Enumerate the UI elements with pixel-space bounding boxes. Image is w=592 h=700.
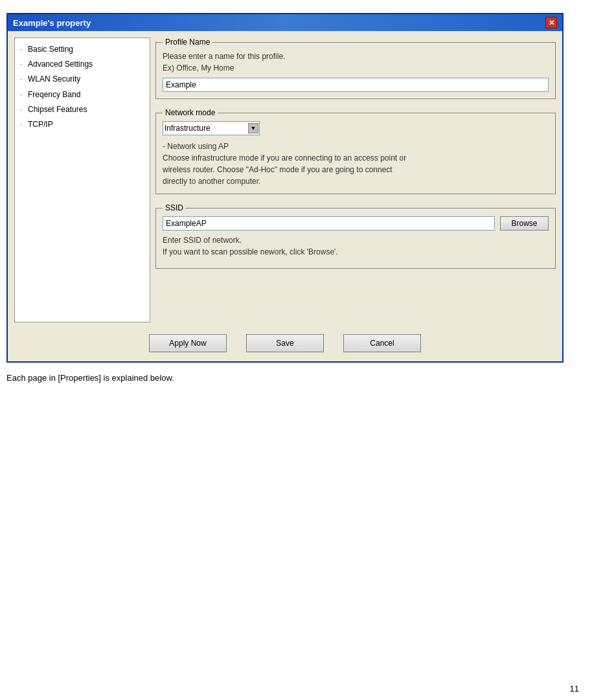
ssid-hint: Enter SSID of network. If you want to sc… — [163, 234, 549, 258]
dialog-buttons: Apply Now Save Cancel — [14, 329, 556, 355]
network-desc-line1: - Network using AP — [163, 141, 549, 152]
save-button[interactable]: Save — [246, 334, 324, 352]
dialog-content: Basic Setting Advanced Settings WLAN Sec… — [14, 38, 556, 322]
apply-now-button[interactable]: Apply Now — [149, 334, 227, 352]
page-number: 11 — [570, 684, 579, 694]
network-mode-select[interactable]: Infrastructure Ad-Hoc — [163, 121, 260, 135]
network-mode-select-wrapper: Infrastructure Ad-Hoc ▼ — [163, 121, 260, 135]
network-desc-line3: wireless router. Choose "Ad-Hoc" mode if… — [163, 164, 549, 175]
cancel-button[interactable]: Cancel — [343, 334, 421, 352]
footer-text: Each page in [Properties] is explained b… — [6, 373, 579, 383]
ssid-hint-line2: If you want to scan possible nework, cli… — [163, 247, 338, 256]
profile-name-legend: Profile Name — [163, 38, 212, 47]
nav-tree: Basic Setting Advanced Settings WLAN Sec… — [14, 38, 150, 322]
ssid-input[interactable] — [163, 216, 495, 231]
nav-item-basic-setting[interactable]: Basic Setting — [17, 42, 147, 57]
dialog-body: Basic Setting Advanced Settings WLAN Sec… — [8, 31, 562, 361]
network-mode-select-row: Infrastructure Ad-Hoc ▼ — [163, 121, 549, 135]
profile-hint: Please enter a name for this profile. Ex… — [163, 51, 549, 74]
network-mode-group: Network mode Infrastructure Ad-Hoc ▼ — [155, 108, 556, 194]
profile-hint-line1: Please enter a name for this profile. — [163, 52, 285, 61]
close-button[interactable]: ✕ — [545, 17, 557, 28]
ssid-hint-line1: Enter SSID of network. — [163, 236, 242, 245]
network-desc-line4: directly to another computer. — [163, 175, 549, 187]
network-desc-line2: Choose infrastructure mode if you are co… — [163, 152, 549, 164]
nav-item-wlan-security[interactable]: WLAN Security — [17, 72, 147, 87]
network-mode-description: - Network using AP Choose infrastructure… — [163, 141, 549, 187]
nav-item-tcp-ip[interactable]: TCP/IP — [17, 117, 147, 132]
ssid-legend: SSID — [163, 203, 186, 212]
dialog-titlebar: Example's property ✕ — [8, 14, 562, 31]
nav-item-frequency-band[interactable]: Freqency Band — [17, 87, 147, 102]
browse-button[interactable]: Browse — [500, 216, 549, 231]
ssid-row: Browse — [163, 216, 549, 231]
nav-item-advanced-settings[interactable]: Advanced Settings — [17, 57, 147, 72]
right-panel: Profile Name Please enter a name for thi… — [155, 38, 556, 322]
dialog-title: Example's property — [13, 18, 91, 28]
profile-name-group: Profile Name Please enter a name for thi… — [155, 38, 556, 99]
network-mode-legend: Network mode — [163, 108, 218, 117]
nav-item-chipset-features[interactable]: Chipset Features — [17, 102, 147, 117]
properties-dialog: Example's property ✕ Basic Setting Advan… — [6, 13, 564, 363]
profile-name-input[interactable] — [163, 78, 549, 92]
profile-hint-line2: Ex) Office, My Home — [163, 63, 234, 73]
ssid-group: SSID Browse Enter SSID of network. If yo… — [155, 203, 556, 269]
